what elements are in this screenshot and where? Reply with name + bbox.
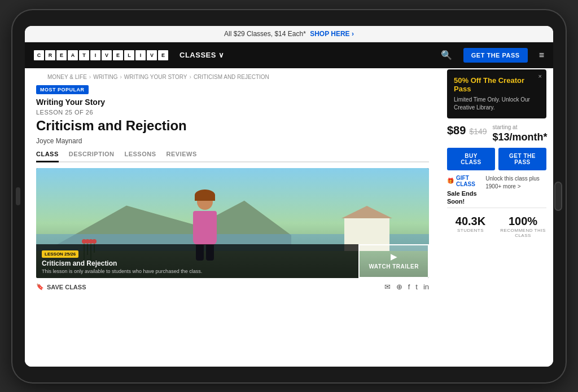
right-panel: × 50% Off The Creator Pass Limited Time … [440,68,553,367]
price-buy-col: $89 $149 [447,124,487,138]
logo-l: L [124,50,134,60]
tablet-side-button [16,187,20,205]
most-popular-badge: MOST POPULAR [36,85,89,94]
stat-students: 40.3K STUDENTS [447,215,494,238]
lesson-info-overlay: LESSON 25/26 Criticism and Rejection Thi… [36,244,358,279]
left-panel: MONEY & LIFE › WRITING › WRITING YOUR ST… [25,68,440,367]
instructor-name: Joyce Maynard [36,137,429,145]
video-player: LESSON 25/26 Criticism and Rejection Thi… [36,168,429,278]
content-row: MONEY & LIFE › WRITING › WRITING YOUR ST… [25,68,553,367]
navbar: C R E A T I V E L I V E CLASSES ∨ 🔍 GET … [25,42,553,68]
pricing-buttons: BUY CLASS GET THE PASS [447,148,546,170]
tablet-home-button [554,182,562,211]
promo-card: × 50% Off The Creator Pass Limited Time … [447,69,546,118]
bookmark-icon: 🔖 [36,283,44,290]
get-pass-button[interactable]: GET THE PASS [498,148,546,170]
logo-v2: V [147,50,157,60]
gift-icon: 🎁 [447,178,454,184]
stats-section: 40.3K STUDENTS 100% RECOMMEND THIS CLASS [447,208,546,238]
gift-label: GIFT CLASS [456,175,480,187]
watch-trailer-button[interactable]: ▶ WATCH TRAILER [358,244,429,279]
breadcrumb: MONEY & LIFE › WRITING › WRITING YOUR ST… [36,68,429,83]
breadcrumb-writing[interactable]: WRITING [93,74,117,80]
twitter-icon[interactable]: t [415,283,418,291]
breadcrumb-sep1: › [89,74,91,80]
lesson-subtitle-overlay: This lesson is only available to student… [42,268,353,275]
save-class-button[interactable]: 🔖 SAVE CLASS [36,283,86,290]
promo-subtitle: Limited Time Only. Unlock Our Creative L… [454,96,540,112]
logo-e3: E [158,50,168,60]
shop-link[interactable]: SHOP HERE › [310,30,354,38]
parent-class-title: Writing Your Story [36,98,429,107]
price-monthly: $13/month* [493,131,548,143]
hamburger-menu-icon[interactable]: ≡ [539,50,544,60]
facebook-icon[interactable]: f [408,283,410,291]
tab-class[interactable]: CLASS [36,151,59,162]
pricing-columns: $89 $149 starting at $13/month* [447,124,546,143]
logo-i2: I [135,50,146,60]
price-pass-col: starting at $13/month* [493,124,548,143]
stat-recommend: 100% RECOMMEND THIS CLASS [500,215,546,238]
stat-recommend-value: 100% [500,215,546,228]
logo-c: C [34,50,44,60]
price-original: $149 [469,127,487,136]
logo-i: I [90,50,100,60]
promo-title: 50% Off The Creator Pass [454,76,540,94]
lesson-count: LESSON 25 OF 26 [36,109,429,116]
logo-t: T [79,50,89,60]
stat-recommend-label: RECOMMEND THIS CLASS [500,228,546,238]
breadcrumb-money-life[interactable]: MONEY & LIFE [47,74,87,80]
linkedin-icon[interactable]: in [423,283,429,291]
promo-close-button[interactable]: × [538,73,542,80]
breadcrumb-sep3: › [190,74,191,80]
logo-e2: E [113,50,123,60]
lesson-title-overlay: Criticism and Rejection [42,259,353,267]
sale-ends-text: Sale Ends Soon! [447,190,480,206]
watch-trailer-label: WATCH TRAILER [369,263,419,270]
save-class-label: SAVE CLASS [47,284,86,290]
price-row: $89 $149 [447,124,487,137]
logo: C R E A T I V E L I V E [34,50,168,60]
gift-class-button[interactable]: 🎁 GIFT CLASS [447,175,480,187]
breadcrumb-sep2: › [120,74,122,80]
price-current: $89 [447,124,466,137]
logo-v: V [102,50,112,60]
logo-a: A [68,50,78,60]
announcement-text: All $29 Classes, $14 Each* [224,30,306,38]
logo-r: R [45,50,55,60]
play-icon: ▶ [391,252,397,261]
stat-students-value: 40.3K [447,215,494,228]
unlock-text[interactable]: Unlock this class plus 1900+ more > [485,175,546,191]
pinterest-icon[interactable]: ⊕ [396,283,402,291]
breadcrumb-current: CRITICISM AND REJECTION [194,74,269,80]
search-icon[interactable]: 🔍 [441,50,452,60]
unlock-col: Unlock this class plus 1900+ more > [485,175,546,191]
tab-reviews[interactable]: REVIEWS [167,151,197,162]
announcement-bar: All $29 Classes, $14 Each* SHOP HERE › [25,26,553,42]
nav-get-pass-button[interactable]: GET THE PASS [463,48,528,63]
save-class-row: 🔖 SAVE CLASS ✉ ⊕ f t in [36,278,429,293]
tablet-frame: All $29 Classes, $14 Each* SHOP HERE › C… [12,10,566,382]
stat-students-label: STUDENTS [447,228,494,233]
video-overlay: LESSON 25/26 Criticism and Rejection Thi… [36,244,429,279]
class-title: Criticism and Rejection [36,118,429,134]
pricing-section: $89 $149 starting at $13/month* BUY CLAS… [447,124,546,239]
screen: All $29 Classes, $14 Each* SHOP HERE › C… [25,26,553,367]
promo-highlight: 50% Off The Creator Pass [454,76,524,94]
main-content: MONEY & LIFE › WRITING › WRITING YOUR ST… [25,68,553,367]
email-icon[interactable]: ✉ [384,283,391,291]
tab-description[interactable]: DESCRIPTION [69,151,115,162]
breadcrumb-writing-story[interactable]: WRITING YOUR STORY [124,74,187,80]
nav-classes-menu[interactable]: CLASSES ∨ [179,51,225,59]
buy-class-button[interactable]: BUY CLASS [447,148,495,170]
logo-e: E [56,50,67,60]
gift-sale-col: 🎁 GIFT CLASS Sale Ends Soon! [447,175,480,206]
starting-at-label: starting at [493,124,548,130]
tab-lessons[interactable]: LESSONS [124,151,156,162]
tabs: CLASS DESCRIPTION LESSONS REVIEWS [36,151,429,162]
social-share-icons: ✉ ⊕ f t in [384,283,429,291]
lesson-badge: LESSON 25/26 [42,250,78,258]
